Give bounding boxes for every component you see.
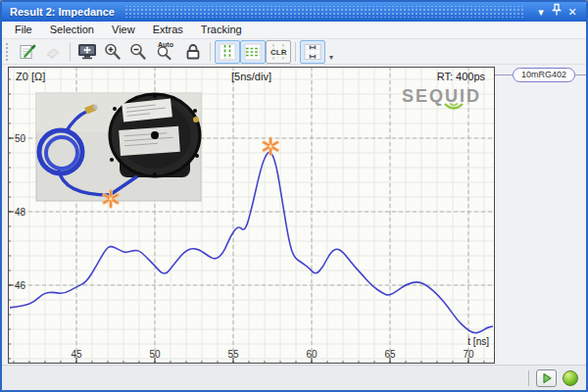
- svg-text:48: 48: [15, 207, 26, 218]
- menu-extras[interactable]: Extras: [144, 22, 192, 38]
- vertical-cursors-toggle[interactable]: [215, 40, 240, 64]
- menu-file[interactable]: File: [6, 22, 41, 38]
- window-title: Result 2: Impedance: [10, 6, 115, 18]
- vertical-cursors-icon: [218, 42, 237, 62]
- svg-text:60: 60: [306, 349, 318, 360]
- clear-button-label: CLR: [270, 48, 286, 57]
- menu-selection[interactable]: Selection: [41, 22, 103, 38]
- horizontal-cursors-icon: [243, 42, 263, 62]
- svg-text:50: 50: [149, 349, 161, 360]
- app-window: Result 2: Impedance ▾ ✕ File Selection V…: [0, 0, 588, 392]
- menu-view[interactable]: View: [103, 22, 144, 38]
- statusbar-separator: [528, 370, 529, 386]
- play-button[interactable]: [536, 369, 557, 387]
- svg-text:65: 65: [384, 349, 396, 360]
- close-button[interactable]: ✕: [564, 3, 580, 21]
- svg-text:55: 55: [227, 349, 239, 360]
- node-connector-line: [495, 74, 513, 75]
- edit-button[interactable]: [15, 40, 40, 64]
- eraser-button[interactable]: [40, 40, 66, 64]
- split-layout-toggle[interactable]: [300, 40, 325, 64]
- zoom-in-icon: [103, 42, 122, 62]
- rise-time-label: RT: 400ps: [437, 71, 485, 82]
- svg-text:50: 50: [15, 133, 26, 144]
- toolbar-separator: [295, 42, 296, 62]
- zoom-out-icon: [128, 42, 148, 62]
- svg-text:45: 45: [71, 349, 82, 360]
- photo-fixture: [110, 94, 200, 177]
- zoom-out-button[interactable]: [125, 40, 151, 64]
- window-menu-button[interactable]: ▾: [533, 3, 549, 21]
- lock-icon: [183, 42, 203, 62]
- pin-button[interactable]: [549, 3, 564, 22]
- toolbar-separator: [70, 42, 71, 62]
- horizontal-cursors-toggle[interactable]: [240, 40, 266, 64]
- main-content: Z0 [Ω] [5ns/div] RT: 400ps SEQUID 455055…: [2, 65, 586, 365]
- eraser-icon: [43, 42, 63, 62]
- chevron-down-icon: ▾: [538, 6, 544, 18]
- pin-icon: [551, 3, 563, 17]
- toolbar-separator: [210, 42, 211, 62]
- impedance-chart[interactable]: Z0 [Ω] [5ns/div] RT: 400ps SEQUID 455055…: [8, 67, 495, 364]
- toolbar-overflow-button[interactable]: ▾: [329, 53, 333, 62]
- close-icon: ✕: [567, 6, 576, 18]
- result-node-10mRG402[interactable]: 10mRG402: [513, 68, 575, 82]
- node-connector-line: [575, 74, 588, 75]
- auto-zoom-label: Auto: [158, 41, 173, 48]
- svg-text:70: 70: [463, 349, 474, 360]
- statusbar: [2, 365, 586, 390]
- toolbar: Auto CLR ▾: [2, 39, 586, 65]
- play-icon: [541, 372, 553, 384]
- edit-icon: [18, 42, 37, 62]
- sequid-watermark: SEQUID: [402, 86, 481, 107]
- menu-tracking[interactable]: Tracking: [192, 22, 251, 38]
- auto-zoom-button[interactable]: Auto: [151, 40, 180, 64]
- fit-view-button[interactable]: [74, 40, 100, 64]
- status-led-icon: [563, 370, 578, 386]
- toolbar-grip[interactable]: [6, 43, 11, 61]
- titlebar[interactable]: Result 2: Impedance ▾ ✕: [2, 2, 586, 22]
- svg-text:46: 46: [15, 280, 26, 291]
- clear-button[interactable]: CLR: [266, 40, 291, 64]
- split-layout-icon: [303, 42, 322, 62]
- lock-button[interactable]: [180, 40, 206, 64]
- titlebar-texture: [124, 6, 523, 18]
- zoom-in-button[interactable]: [100, 40, 125, 64]
- chevron-down-icon: ▾: [329, 53, 333, 62]
- menubar: File Selection View Extras Tracking: [2, 22, 586, 39]
- dut-photo-inset: [36, 93, 201, 201]
- time-per-div-label: [5ns/div]: [8, 71, 495, 82]
- marker-star-icon: [264, 138, 277, 154]
- fit-view-icon: [76, 42, 98, 62]
- sequid-logo-arcs-icon: [441, 102, 466, 114]
- plot-canvas[interactable]: 455055606570464850t [ns]: [8, 67, 495, 364]
- svg-text:t [ns]: t [ns]: [467, 336, 489, 347]
